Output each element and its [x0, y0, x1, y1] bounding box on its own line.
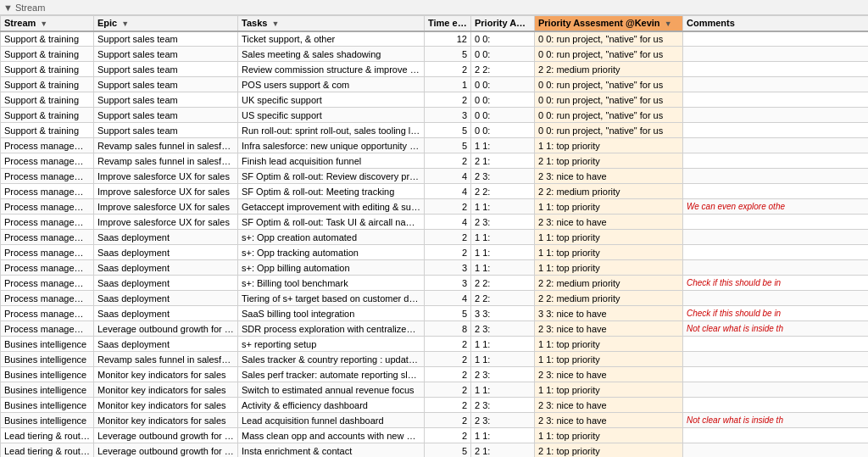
cell-tasks: SF Optim & roll-out: Meeting tracking [238, 184, 425, 199]
cell-comments: Check if this should be in [683, 276, 869, 291]
cell-priority-ass: 1 1: [471, 199, 535, 215]
cell-time-est: 5 [425, 123, 471, 138]
table-row: Busines intelligenceMonitor key indicato… [1, 367, 869, 382]
cell-tasks: s+: Opp tracking automation [238, 245, 425, 260]
header-tasks[interactable]: Tasks ▼ [238, 16, 425, 31]
scroll-area[interactable]: Stream ▼ Epic ▼ Tasks ▼ Time es ▼ Priori… [0, 15, 868, 457]
cell-priority-ass: 2 1: [471, 153, 535, 169]
cell-epic: Leverage outbound growth for leadgen [94, 428, 238, 443]
cell-priority-kevin: 2 2: medium priority [535, 276, 683, 291]
cell-stream: Busines intelligence [1, 352, 94, 367]
cell-time-est: 2 [425, 153, 471, 169]
cell-priority-ass: 2 3: [471, 215, 535, 230]
cell-priority-kevin: 1 1: top priority [535, 245, 683, 260]
cell-time-est: 2 [425, 62, 471, 77]
header-priority-ass[interactable]: Priority Ass ▼ [471, 16, 535, 31]
cell-time-est: 2 [425, 367, 471, 382]
table-row: Process managementRevamp sales funnel in… [1, 138, 869, 153]
cell-comments [683, 215, 869, 230]
cell-epic: Support sales team [94, 47, 238, 62]
cell-comments [683, 47, 869, 62]
cell-tasks: Sales tracker & country reporting : upda… [238, 352, 425, 367]
cell-time-est: 3 [425, 276, 471, 291]
cell-priority-ass: 2 2: [471, 276, 535, 291]
table-row: Busines intelligenceMonitor key indicato… [1, 413, 869, 428]
filter-kevin-icon[interactable]: ▼ [665, 20, 672, 28]
cell-priority-ass: 1 1: [471, 382, 535, 398]
cell-epic: Improve salesforce UX for sales [94, 215, 238, 230]
cell-tasks: SaaS billing tool integration [238, 306, 425, 321]
cell-priority-kevin: 2 3: nice to have [535, 215, 683, 230]
table-row: Process managementImprove salesforce UX … [1, 215, 869, 230]
cell-stream: Lead tiering & routing [1, 428, 94, 443]
cell-tasks: Sales meeting & sales shadowing [238, 47, 425, 62]
cell-epic: Support sales team [94, 77, 238, 92]
cell-epic: Revamp sales funnel in salesforce [94, 352, 238, 367]
cell-tasks: Sales perf tracker: automate reporting s… [238, 367, 425, 382]
cell-epic: Monitor key indicators for sales [94, 398, 238, 413]
header-epic[interactable]: Epic ▼ [94, 16, 238, 31]
cell-time-est: 2 [425, 428, 471, 443]
filter-tasks-icon[interactable]: ▼ [271, 20, 279, 28]
cell-epic: Revamp sales funnel in salesforce [94, 153, 238, 169]
cell-comments [683, 153, 869, 169]
cell-comments [683, 367, 869, 382]
cell-comments: Not clear what is inside th [683, 413, 869, 428]
cell-comments [683, 62, 869, 77]
cell-stream: Process management [1, 291, 94, 306]
cell-tasks: s+: Opp creation automated [238, 230, 425, 245]
cell-priority-kevin: 0 0: run project, "native" for us [535, 123, 683, 138]
cell-comments [683, 428, 869, 443]
cell-priority-ass: 2 3: [471, 169, 535, 184]
header-priority-kevin[interactable]: Priority Assesment @Kevin ▼ [535, 16, 683, 31]
table-row: Process managementRevamp sales funnel in… [1, 153, 869, 169]
cell-priority-ass: 0 0: [471, 47, 535, 62]
cell-priority-kevin: 2 1: top priority [535, 153, 683, 169]
cell-priority-kevin: 1 1: top priority [535, 382, 683, 398]
cell-comments: Check if this should be in [683, 306, 869, 321]
cell-stream: Support & training [1, 62, 94, 77]
table-row: Process managementImprove salesforce UX … [1, 184, 869, 199]
table-row: Support & trainingSupport sales teamUS s… [1, 108, 869, 123]
cell-tasks: Ticket support, & other [238, 31, 425, 47]
cell-priority-kevin: 1 1: top priority [535, 428, 683, 443]
cell-time-est: 3 [425, 108, 471, 123]
cell-tasks: Mass clean opp and accounts with new mar… [238, 428, 425, 443]
cell-priority-ass: 1 1: [471, 245, 535, 260]
cell-priority-ass: 1 1: [471, 260, 535, 276]
cell-epic: Saas deployment [94, 306, 238, 321]
cell-time-est: 2 [425, 382, 471, 398]
table-row: Process managementImprove salesforce UX … [1, 169, 869, 184]
header-stream[interactable]: Stream ▼ [1, 16, 94, 31]
table-row: Process managementSaas deploymentSaaS bi… [1, 306, 869, 321]
cell-stream: Support & training [1, 123, 94, 138]
filter-stream-icon[interactable]: ▼ [40, 20, 47, 28]
cell-epic: Monitor key indicators for sales [94, 382, 238, 398]
cell-time-est: 4 [425, 215, 471, 230]
cell-priority-ass: 0 0: [471, 31, 535, 47]
cell-priority-kevin: 1 1: top priority [535, 138, 683, 153]
cell-stream: Process management [1, 245, 94, 260]
cell-stream: Lead tiering & routing [1, 443, 94, 458]
cell-priority-ass: 3 3: [471, 306, 535, 321]
cell-stream: Busines intelligence [1, 413, 94, 428]
cell-epic: Support sales team [94, 108, 238, 123]
cell-epic: Saas deployment [94, 230, 238, 245]
cell-epic: Revamp sales funnel in salesforce [94, 138, 238, 153]
cell-epic: Support sales team [94, 92, 238, 108]
header-time-est[interactable]: Time es ▼ [425, 16, 471, 31]
cell-tasks: Run roll-out: sprint roll-out, sales too… [238, 123, 425, 138]
filter-epic-icon[interactable]: ▼ [121, 20, 129, 28]
cell-priority-ass: 2 3: [471, 398, 535, 413]
cell-epic: Leverage outbound growth for leadgen [94, 321, 238, 337]
cell-time-est: 8 [425, 321, 471, 337]
cell-time-est: 4 [425, 291, 471, 306]
cell-epic: Saas deployment [94, 337, 238, 352]
table-row: Support & trainingSupport sales teamPOS … [1, 77, 869, 92]
cell-time-est: 5 [425, 138, 471, 153]
cell-stream: Process management [1, 215, 94, 230]
table-row: Process managementSaas deployments+: Bil… [1, 276, 869, 291]
cell-stream: Busines intelligence [1, 398, 94, 413]
cell-tasks: Tiering of s+ target based on customer d… [238, 291, 425, 306]
cell-stream: Busines intelligence [1, 367, 94, 382]
